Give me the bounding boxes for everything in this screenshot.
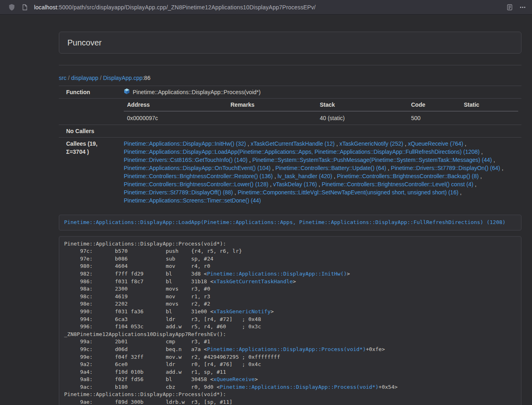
remarks-value bbox=[227, 111, 317, 125]
overflow-menu-icon[interactable] bbox=[519, 4, 526, 11]
app-header: Puncover bbox=[59, 32, 521, 54]
page-title: Puncover bbox=[67, 38, 102, 47]
column-header-code: Code bbox=[408, 99, 461, 111]
no-callers-label: No Callers bbox=[59, 125, 121, 138]
metrics-row: Address Remarks Stack Code Static 0x0000… bbox=[59, 99, 521, 125]
column-header-address: Address bbox=[124, 99, 227, 111]
code-symbol-link[interactable]: xTaskGetCurrentTaskHandle bbox=[213, 278, 293, 284]
code-symbol-link[interactable]: xQueueReceive bbox=[213, 376, 255, 382]
column-header-static: Static bbox=[461, 99, 518, 111]
selected-symbol-link[interactable]: Pinetime::Applications::DisplayApp::Load… bbox=[64, 219, 506, 225]
breadcrumb: src / displayapp / DisplayApp.cpp:86 bbox=[59, 74, 521, 82]
callee-link[interactable]: lv_task_handler (420) bbox=[278, 173, 332, 179]
breadcrumb-link[interactable]: src bbox=[59, 75, 67, 81]
callee-link[interactable]: Pinetime::Applications::DisplayApp::Load… bbox=[124, 149, 480, 155]
table-row: 0x0000097c 40 (static) 500 bbox=[124, 111, 518, 125]
callee-link[interactable]: Pinetime::Applications::DisplayApp::OnTo… bbox=[124, 165, 271, 171]
callee-link[interactable]: Pinetime::Controllers::BrightnessControl… bbox=[337, 173, 478, 179]
column-header-stack: Stack bbox=[317, 99, 408, 111]
callee-link[interactable]: Pinetime::Components::LittleVgl::SetNewT… bbox=[238, 189, 459, 196]
function-label: Function bbox=[59, 86, 121, 99]
function-name: Pinetime::Applications::DisplayApp::Proc… bbox=[133, 88, 261, 96]
shield-icon[interactable] bbox=[8, 4, 15, 11]
callee-link[interactable]: Pinetime::Controllers::BrightnessControl… bbox=[322, 181, 473, 187]
static-value bbox=[461, 111, 518, 125]
method-icon bbox=[124, 88, 130, 96]
callees-row: Callees (19, Σ=3704 ) Pinetime::Applicat… bbox=[59, 138, 521, 207]
breadcrumb-line-number: :86 bbox=[142, 75, 150, 81]
callee-link[interactable]: vTaskDelay (176) bbox=[273, 181, 317, 187]
callee-link[interactable]: Pinetime::Controllers::Battery::Update()… bbox=[276, 165, 386, 171]
url-path: :5000/path/src/displayapp/DisplayApp.cpp… bbox=[57, 4, 316, 11]
metrics-table: Address Remarks Stack Code Static 0x0000… bbox=[124, 99, 518, 125]
code-symbol-link[interactable]: xTaskGenericNotify bbox=[213, 308, 271, 315]
callee-link[interactable]: Pinetime::Controllers::BrightnessControl… bbox=[124, 181, 268, 187]
reader-mode-icon[interactable] bbox=[506, 4, 513, 11]
stack-value: 40 (static) bbox=[317, 111, 408, 125]
callee-link[interactable]: xTaskGenericNotify (252) bbox=[339, 140, 403, 147]
function-row: Function Pinetime::Applications::Display… bbox=[59, 86, 521, 99]
symbol-table: Function Pinetime::Applications::Display… bbox=[59, 86, 521, 207]
callee-link[interactable]: Pinetime::Drivers::Cst816S::GetTouchInfo… bbox=[124, 157, 248, 163]
callee-link[interactable]: Pinetime::Applications::DisplayApp::Init… bbox=[124, 140, 246, 147]
browser-chrome: localhost:5000/path/src/displayapp/Displ… bbox=[0, 0, 532, 15]
callee-link[interactable]: Pinetime::Drivers::St7789::DisplayOn() (… bbox=[391, 165, 500, 171]
no-callers-row: No Callers bbox=[59, 125, 521, 138]
breadcrumb-link[interactable]: DisplayApp.cpp bbox=[103, 75, 142, 81]
breadcrumb-separator: / bbox=[98, 75, 103, 81]
callee-link[interactable]: xTaskGetCurrentTaskHandle (12) bbox=[251, 140, 335, 147]
url-host: localhost bbox=[34, 4, 57, 11]
code-symbol-link[interactable]: Pinetime::Applications::DisplayApp::Proc… bbox=[207, 346, 366, 352]
disassembly-block: Pinetime::Applications::DisplayApp::Proc… bbox=[59, 236, 521, 405]
code-value: 500 bbox=[408, 111, 461, 125]
address-bar[interactable]: localhost:5000/path/src/displayapp/Displ… bbox=[34, 4, 500, 11]
breadcrumb-separator: / bbox=[67, 75, 71, 81]
selected-symbol-box: Pinetime::Applications::DisplayApp::Load… bbox=[59, 215, 521, 231]
callee-link[interactable]: Pinetime::Controllers::BrightnessControl… bbox=[124, 173, 273, 179]
breadcrumb-link[interactable]: displayapp bbox=[71, 75, 98, 81]
callee-link[interactable]: Pinetime::Applications::Screens::Timer::… bbox=[124, 197, 261, 204]
page-body: Puncover src / displayapp / DisplayApp.c… bbox=[0, 15, 532, 405]
callees-list: Pinetime::Applications::DisplayApp::Init… bbox=[121, 138, 521, 207]
callee-link[interactable]: xQueueReceive (764) bbox=[408, 140, 463, 147]
code-symbol-link[interactable]: Pinetime::Applications::DisplayApp::Init… bbox=[207, 271, 347, 277]
column-header-remarks: Remarks bbox=[227, 99, 317, 111]
code-symbol-link[interactable]: Pinetime::Applications::DisplayApp::Proc… bbox=[220, 384, 379, 390]
address-value: 0x0000097c bbox=[124, 111, 227, 125]
callees-label: Callees (19, Σ=3704 ) bbox=[59, 138, 121, 207]
divider bbox=[59, 65, 521, 65]
page-icon[interactable] bbox=[21, 4, 28, 11]
callee-link[interactable]: Pinetime::System::SystemTask::PushMessag… bbox=[252, 157, 492, 163]
callee-link[interactable]: Pinetime::Drivers::St7789::DisplayOff() … bbox=[124, 189, 233, 196]
